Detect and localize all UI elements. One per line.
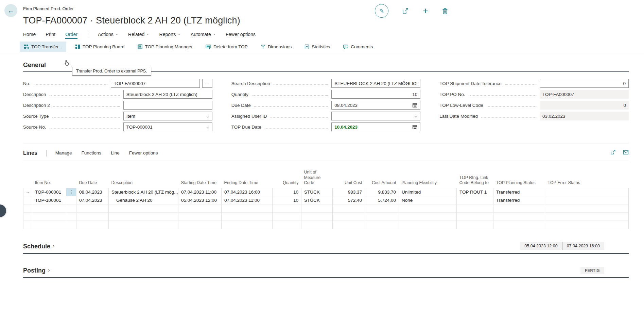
add-icon[interactable]: + <box>423 6 428 16</box>
lines-tab-manage[interactable]: Manage <box>55 150 72 155</box>
command-menu: Home Print Order Actions⌄ Related⌄ Repor… <box>23 31 644 39</box>
cell-planning-status[interactable]: Transferred <box>493 188 545 196</box>
general-column-3: TOP Shipment Date Tolerance 0 TOP PO No.… <box>439 79 629 133</box>
col-quantity[interactable]: Quantity <box>273 169 301 188</box>
email-icon[interactable] <box>623 150 629 156</box>
tab-actions[interactable]: Actions⌄ <box>98 32 118 39</box>
col-starting-date-time[interactable]: Starting Date-Time <box>178 169 222 188</box>
cell-uom[interactable]: STÜCK <box>301 196 333 204</box>
lines-tab-line[interactable]: Line <box>111 150 120 155</box>
col-due-date[interactable]: Due Date <box>76 169 109 188</box>
tab-home[interactable]: Home <box>23 32 36 39</box>
cell-unit-cost[interactable]: 983,37 <box>333 188 365 196</box>
lines-tab-functions[interactable]: Functions <box>82 150 102 155</box>
dimensions-button[interactable]: Dimensions <box>257 42 296 52</box>
tab-reports[interactable]: Reports⌄ <box>159 32 181 39</box>
cell-starting[interactable]: 07.04.2023 11:00 <box>178 188 222 196</box>
col-item-no[interactable]: Item No. <box>32 169 66 188</box>
col-top-rtng-link-code[interactable]: TOP Rtng. Link Code Belong to <box>457 169 493 188</box>
description-input[interactable]: Steuerblock 2 AH 20 (LTZ möglich) <box>123 90 212 99</box>
cell-ending[interactable]: 07.04.2023 11:00 <box>222 196 273 204</box>
cell-item-no[interactable]: TOP-000001 <box>32 188 66 196</box>
cell-cost-amount[interactable]: 9.833,70 <box>365 188 399 196</box>
field-top-po-no: TOP PO No. TOP-FA000007 <box>439 90 629 99</box>
lookup-ellipsis-button[interactable]: ··· <box>202 79 212 88</box>
col-top-planning-status[interactable]: TOP Planning Status <box>493 169 545 188</box>
cell-ending[interactable]: 07.04.2023 16:00 <box>222 188 273 196</box>
table-row[interactable]: TOP-100001 07.04.2023 Gehäuse 2 AH 20 05… <box>23 196 629 204</box>
schedule-heading[interactable]: Schedule › <box>23 243 55 250</box>
cell-due-date[interactable]: 08.04.2023 <box>76 188 109 196</box>
cell-error-status[interactable] <box>545 196 629 204</box>
dotted-leader <box>274 84 328 85</box>
tab-order[interactable]: Order <box>65 32 77 39</box>
assigned-user-id-select[interactable]: ⌄ <box>331 112 420 120</box>
quantity-input[interactable]: 10 <box>331 90 420 99</box>
cell-quantity[interactable]: 10 <box>273 188 301 196</box>
search-description-input[interactable]: STEUERBLOCK 2 AH 20 (LTZ MÖGLICH) <box>331 79 420 88</box>
chevron-down-icon: ⌄ <box>206 125 209 129</box>
cell-planning-flexibility[interactable]: None <box>399 196 457 204</box>
order-ribbon: TOP Transfer... TOP Planning Board TOP P… <box>20 42 644 52</box>
empty-table-row[interactable] <box>23 212 629 220</box>
source-type-select[interactable]: Item⌄ <box>123 112 212 120</box>
top-transfer-button[interactable]: TOP Transfer... <box>20 42 66 52</box>
delete-from-top-button[interactable]: Delete from TOP <box>202 42 252 52</box>
row-menu-icon[interactable]: ⋮ <box>66 188 76 196</box>
source-no-select[interactable]: TOP-000001⌄ <box>123 122 212 131</box>
calendar-icon[interactable] <box>412 103 417 108</box>
share-icon[interactable] <box>402 7 409 15</box>
description-2-input[interactable] <box>123 101 212 110</box>
cell-uom[interactable]: STÜCK <box>301 188 333 196</box>
tab-print[interactable]: Print <box>46 32 55 39</box>
top-shipment-date-tolerance-input[interactable]: 0 <box>540 79 629 88</box>
cell-planning-status[interactable]: Transferred <box>493 196 545 204</box>
cell-due-date[interactable]: 07.04.2023 <box>76 196 109 204</box>
due-date-input[interactable]: 08.04.2023 <box>331 101 420 110</box>
cell-rtng-link[interactable]: TOP ROUT 1 <box>457 188 493 196</box>
posting-heading[interactable]: Posting › <box>23 267 50 274</box>
tab-related[interactable]: Related⌄ <box>128 32 149 39</box>
cell-unit-cost[interactable]: 572,40 <box>333 196 365 204</box>
col-ending-date-time[interactable]: Ending Date-Time <box>222 169 273 188</box>
cell-description[interactable]: Steuerblock 2 AH 20 (LTZ mög... <box>109 188 178 196</box>
field-due-date: Due Date 08.04.2023 <box>231 101 421 110</box>
table-row[interactable]: → TOP-000001 ⋮ 08.04.2023 Steuerblock 2 … <box>23 188 629 196</box>
cell-starting[interactable]: 05.04.2023 12:00 <box>178 196 222 204</box>
col-description[interactable]: Description <box>109 169 178 188</box>
cell-description[interactable]: Gehäuse 2 AH 20 <box>109 196 178 204</box>
empty-table-row[interactable] <box>23 204 629 212</box>
tab-automate[interactable]: Automate⌄ <box>191 32 216 39</box>
col-planning-flexibility[interactable]: Planning Flexibility <box>399 169 457 188</box>
delete-icon[interactable] <box>442 7 448 15</box>
row-menu-cell[interactable] <box>66 196 76 204</box>
cell-cost-amount[interactable]: 5.724,00 <box>365 196 399 204</box>
share-icon[interactable] <box>610 149 616 157</box>
top-due-date-input[interactable]: 10.04.2023 <box>331 122 420 131</box>
lines-tab-fewer-options[interactable]: Fewer options <box>129 150 158 155</box>
top-planning-manager-button[interactable]: TOP Planning Manager <box>133 42 197 52</box>
col-cost-amount[interactable]: Cost Amount <box>365 169 399 188</box>
cell-planning-flexibility[interactable]: Unlimited <box>399 188 457 196</box>
dotted-leader <box>469 95 536 96</box>
cell-error-status[interactable] <box>545 188 629 196</box>
cell-quantity[interactable]: 10 <box>273 196 301 204</box>
tab-fewer-options[interactable]: Fewer options <box>226 32 256 39</box>
col-top-error-status[interactable]: TOP Error Status <box>545 169 629 188</box>
back-button[interactable]: ← <box>4 4 17 17</box>
comments-button[interactable]: Comments <box>339 42 377 52</box>
no-input[interactable]: TOP-FA000007 <box>111 79 200 88</box>
dimensions-icon <box>261 44 265 49</box>
side-panel-handle[interactable] <box>0 204 6 217</box>
statistics-button[interactable]: Statistics <box>300 42 334 52</box>
cell-item-no[interactable]: TOP-100001 <box>32 196 66 204</box>
col-unit-of-measure-code[interactable]: Unit of Measure Code <box>301 169 333 188</box>
top-planning-board-button[interactable]: TOP Planning Board <box>71 42 128 52</box>
col-unit-cost[interactable]: Unit Cost <box>333 169 365 188</box>
calendar-icon[interactable] <box>412 125 417 130</box>
chevron-down-icon: ⌄ <box>414 114 417 118</box>
cell-rtng-link[interactable] <box>457 196 493 204</box>
edit-pencil-icon[interactable]: ✎ <box>375 4 388 18</box>
delete-grid-icon <box>206 44 211 49</box>
empty-table-row[interactable] <box>23 220 629 229</box>
